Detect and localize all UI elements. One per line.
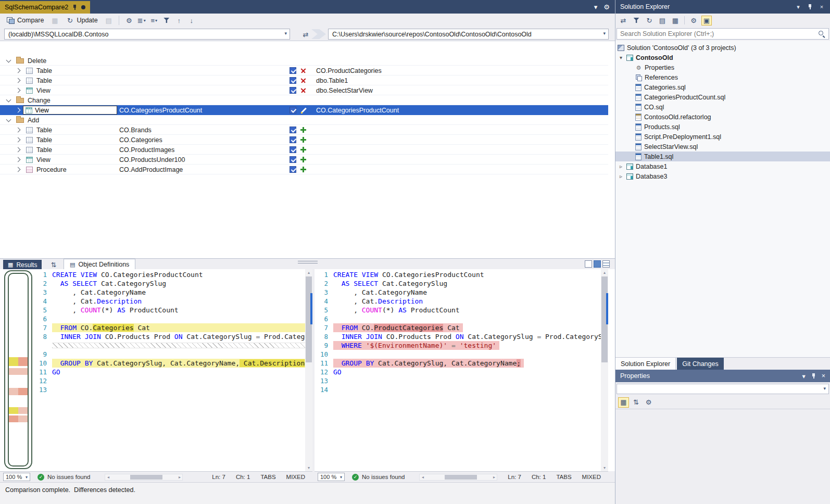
scrollbar-thumb[interactable] xyxy=(445,475,477,480)
source-vertical-scrollbar[interactable]: ▴ ▾ xyxy=(305,269,312,471)
include-cell[interactable] xyxy=(290,125,296,135)
tree-item-properties[interactable]: ⚙Properties xyxy=(615,62,830,72)
target-horizontal-scrollbar[interactable]: ◂ ▸ xyxy=(419,474,497,481)
tab-solution-explorer[interactable]: Solution Explorer xyxy=(615,358,676,370)
tree-item-co-sql[interactable]: CO.sql xyxy=(615,102,830,112)
expander-icon[interactable] xyxy=(16,128,21,133)
next-difference-button[interactable]: ↓ xyxy=(187,16,196,24)
search-icon[interactable] xyxy=(818,30,825,37)
alphabetical-icon[interactable]: ⇅ xyxy=(631,397,642,408)
properties-gear-icon[interactable]: ⚙ xyxy=(688,16,699,26)
row-expander[interactable] xyxy=(16,85,20,95)
target-definition-pane[interactable]: 1CREATE VIEW CO.CategoriesProductCount2 … xyxy=(315,269,608,471)
search-solution-explorer-input[interactable]: Search Solution Explorer (Ctrl+;) xyxy=(617,28,829,40)
show-all-files-icon[interactable]: ▦ xyxy=(670,16,681,26)
row-expander[interactable] xyxy=(16,125,20,135)
include-checkbox[interactable] xyxy=(290,127,296,133)
tab-git-changes[interactable]: Git Changes xyxy=(677,358,723,370)
tree-item-categoriesproductcount-sql[interactable]: CategoriesProductCount.sql xyxy=(615,92,830,102)
row-expander[interactable] xyxy=(16,155,20,165)
sync-with-active-document-icon[interactable]: ⇄ xyxy=(618,16,628,26)
tab-sqlschemacompare2[interactable]: SqlSchemaCompare2 xyxy=(0,1,90,14)
expander-icon[interactable] xyxy=(16,68,21,73)
compare-row[interactable]: TableCO.Brands xyxy=(0,125,608,135)
expander-icon[interactable] xyxy=(16,88,21,93)
row-expander[interactable] xyxy=(16,75,20,85)
close-icon[interactable]: × xyxy=(818,3,825,10)
refresh-icon[interactable]: ↻ xyxy=(644,16,655,26)
expander-icon[interactable] xyxy=(6,97,11,102)
solution-explorer-header[interactable]: Solution Explorer ▾ × xyxy=(615,0,830,14)
group-expander[interactable] xyxy=(7,115,10,125)
tree-expander-icon[interactable]: ▹ xyxy=(618,173,624,179)
tree-item-database3[interactable]: ▹Database3 xyxy=(615,171,830,181)
sort-results-button[interactable]: ⇅ xyxy=(48,260,59,270)
expander-icon[interactable] xyxy=(6,57,11,62)
compare-row[interactable]: ViewCO.CategoriesProductCountCO.Categori… xyxy=(0,105,608,115)
close-icon[interactable]: × xyxy=(822,372,825,380)
scroll-right-icon[interactable]: ▸ xyxy=(177,474,182,480)
expander-icon[interactable] xyxy=(16,78,21,83)
tree-item-contosoold-refactorlog[interactable]: ContosoOld.refactorlog xyxy=(615,112,830,122)
row-expander[interactable] xyxy=(16,165,20,174)
options-gear-icon[interactable]: ⚙ xyxy=(125,16,133,24)
target-connection-combobox[interactable]: C:\Users\drskwier\source\repos\ContosoOl… xyxy=(328,29,609,40)
compare-button[interactable]: Compare xyxy=(4,16,46,25)
window-list-chevron-icon[interactable]: ▾ xyxy=(594,3,598,11)
include-checkbox[interactable] xyxy=(290,136,296,143)
collapse-all-icon[interactable]: ▤ xyxy=(657,16,668,26)
tree-item-categories-sql[interactable]: Categories.sql xyxy=(615,82,830,92)
group-expander[interactable] xyxy=(7,95,10,105)
properties-header[interactable]: Properties ▾ × xyxy=(615,370,830,382)
target-code[interactable]: 1CREATE VIEW CO.CategoriesProductCount2 … xyxy=(315,269,601,471)
property-pages-icon[interactable]: ⚙ xyxy=(643,397,654,408)
tree-item-database1[interactable]: ▹Database1 xyxy=(615,161,830,171)
include-checkbox[interactable] xyxy=(290,77,296,84)
compare-row[interactable]: Viewdbo.SelectStarView xyxy=(0,85,608,95)
filter-results-icon[interactable]: ≡▾ xyxy=(150,16,158,24)
compare-row[interactable]: TableCO.Categories xyxy=(0,135,608,145)
scroll-right-icon[interactable]: ▸ xyxy=(491,474,497,480)
include-checkbox[interactable] xyxy=(290,107,296,114)
row-expander[interactable] xyxy=(16,135,20,145)
preview-selected-items-icon[interactable]: ▣ xyxy=(701,16,712,26)
compare-group-header[interactable]: Add xyxy=(0,115,608,125)
splitter-grip[interactable] xyxy=(298,261,318,265)
include-cell[interactable] xyxy=(290,155,296,165)
include-checkbox[interactable] xyxy=(290,67,296,74)
tree-item-table1-sql[interactable]: Table1.sql xyxy=(615,152,830,161)
pin-icon[interactable] xyxy=(811,373,816,380)
target-vertical-scrollbar[interactable]: ▴ ▾ xyxy=(601,269,608,471)
compare-group-header[interactable]: Delete xyxy=(0,56,608,66)
window-options-gear-icon[interactable]: ⚙ xyxy=(603,3,610,11)
tree-expander-icon[interactable]: ▾ xyxy=(618,55,624,60)
source-definition-pane[interactable]: 1CREATE VIEW CO.CategoriesProductCount2 … xyxy=(33,269,312,471)
window-position-chevron-icon[interactable]: ▾ xyxy=(802,372,805,380)
scroll-down-icon[interactable]: ▾ xyxy=(305,464,312,471)
expander-icon[interactable] xyxy=(16,108,21,113)
row-expander[interactable] xyxy=(16,145,20,155)
pane-layout-split-button[interactable] xyxy=(594,260,601,268)
source-horizontal-scrollbar[interactable]: ◂ ▸ xyxy=(105,474,183,481)
expander-icon[interactable] xyxy=(16,167,21,172)
pin-icon[interactable] xyxy=(807,4,813,10)
source-code[interactable]: 1CREATE VIEW CO.CategoriesProductCount2 … xyxy=(33,269,305,471)
switch-source-target-button[interactable]: ⇄ xyxy=(300,29,311,40)
include-checkbox[interactable] xyxy=(290,156,296,163)
include-cell[interactable] xyxy=(290,165,296,174)
scroll-left-icon[interactable]: ◂ xyxy=(105,474,111,480)
compare-group-header[interactable]: Change xyxy=(0,95,608,105)
compare-row[interactable]: ViewCO.ProductsUnder100 xyxy=(0,155,608,165)
include-cell[interactable] xyxy=(290,66,296,75)
object-definitions-tab[interactable]: ▤ Object Definitions xyxy=(64,259,135,270)
tree-item-solution-contosoold-3-of-3-projects[interactable]: Solution 'ContosoOld' (3 of 3 projects) xyxy=(615,43,830,53)
include-cell[interactable] xyxy=(290,135,296,145)
categorized-icon[interactable]: ▦ xyxy=(618,397,629,408)
tree-item-products-sql[interactable]: Products.sql xyxy=(615,122,830,132)
funnel-filter-icon[interactable] xyxy=(162,16,171,24)
compare-row[interactable]: TableCO.ProductImages xyxy=(0,145,608,155)
include-checkbox[interactable] xyxy=(290,166,296,173)
window-position-chevron-icon[interactable]: ▾ xyxy=(795,3,802,10)
group-results-icon[interactable]: ≣▾ xyxy=(137,16,146,24)
object-type-cell[interactable]: View xyxy=(23,106,117,115)
